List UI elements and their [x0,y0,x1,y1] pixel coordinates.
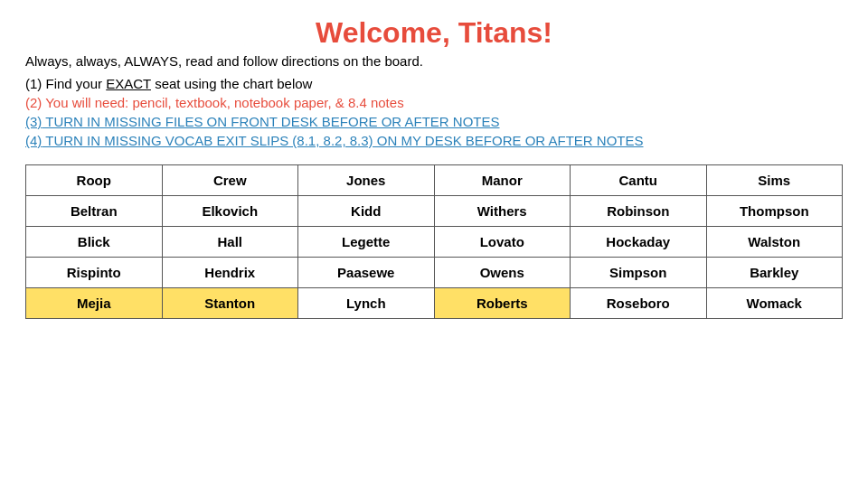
instruction-1: (1) Find your EXACT seat using the chart… [25,76,843,91]
table-cell: Legette [298,227,435,258]
table-cell: Roop [26,165,163,196]
table-cell: Rispinto [26,258,163,288]
table-cell: Lovato [434,227,571,258]
instr1-underline: EXACT [106,76,151,91]
table-row: MejiaStantonLynchRobertsRoseboroWomack [26,288,843,319]
table-cell: Hockaday [571,227,707,258]
table-cell: Manor [434,165,571,196]
table-cell: Simpson [571,258,707,288]
table-cell: Sims [706,165,843,196]
instr4-number: (4) [25,133,42,148]
table-cell: Paasewe [298,258,435,288]
instruction-4: (4) TURN IN MISSING VOCAB EXIT SLIPS (8.… [25,133,843,148]
table-row: BeltranElkovichKiddWithersRobinsonThomps… [26,196,843,227]
instr3-number: (3) [25,114,42,129]
table-cell: Cantu [571,165,707,196]
table-cell: Owens [434,258,571,288]
instr1-rest: seat using the chart below [151,76,312,91]
seating-chart: RoopCrewJonesManorCantuSimsBeltranElkovi… [25,164,843,319]
table-cell: Hall [162,227,298,258]
table-cell: Barkley [706,258,843,288]
table-cell: Stanton [162,288,298,319]
table-cell: Womack [706,288,843,319]
table-cell: Mejia [26,288,163,319]
table-cell: Hendrix [162,258,298,288]
table-cell: Roberts [434,288,571,319]
table-row: RoopCrewJonesManorCantuSims [26,165,843,196]
table-cell: Crew [162,165,298,196]
page-title: Welcome, Titans! [25,16,843,50]
instruction-2: (2) You will need: pencil, textbook, not… [25,95,843,110]
table-cell: Jones [298,165,435,196]
subtitle-text: Always, always, ALWAYS, read and follow … [25,53,843,69]
table-row: RispintoHendrixPaaseweOwensSimpsonBarkle… [26,258,843,288]
table-cell: Kidd [298,196,435,227]
table-cell: Lynch [298,288,435,319]
instr1-number: (1) [25,76,42,91]
table-cell: Elkovich [162,196,298,227]
instr1-text: Find your [46,76,107,91]
instr3-full: TURN IN MISSING FILES ON FRONT DESK BEFO… [42,114,499,129]
table-cell: Walston [706,227,843,258]
table-cell: Beltran [26,196,163,227]
table-row: BlickHallLegetteLovatoHockadayWalston [26,227,843,258]
instr4-full: TURN IN MISSING VOCAB EXIT SLIPS (8.1, 8… [42,133,643,148]
instruction-3: (3) TURN IN MISSING FILES ON FRONT DESK … [25,114,843,129]
table-cell: Robinson [571,196,707,227]
table-cell: Blick [26,227,163,258]
instr2-full: You will need: pencil, textbook, noteboo… [42,95,403,110]
table-cell: Thompson [706,196,843,227]
instr2-number: (2) [25,95,42,110]
table-cell: Roseboro [571,288,707,319]
table-cell: Withers [434,196,571,227]
